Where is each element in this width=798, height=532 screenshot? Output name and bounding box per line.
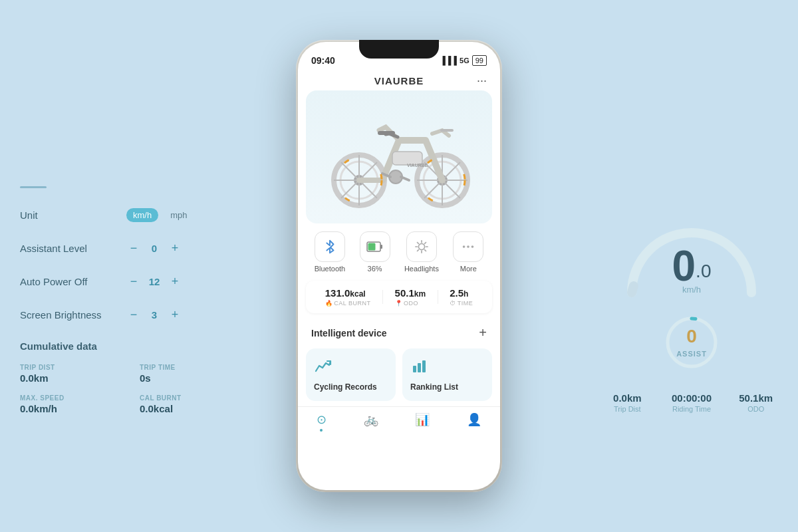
screen-brightness-decrease[interactable]: − <box>126 307 141 322</box>
status-time: 09:40 <box>311 55 335 66</box>
time-stat: 2.5h ⏱ TIME <box>450 287 473 307</box>
battery-action[interactable]: 36% <box>360 231 390 273</box>
nav-profile[interactable]: 👤 <box>467 412 481 432</box>
cumul-cal-burnt-value: 0.0kcal <box>140 403 246 414</box>
assistant-level-decrease[interactable]: − <box>126 241 141 255</box>
cycling-records-card[interactable]: Cycling Records <box>306 348 396 401</box>
feature-cards: Cycling Records Ranking List <box>298 348 500 401</box>
screen-brightness-increase[interactable]: + <box>168 307 182 322</box>
assistant-level-row: Assistant Level − 0 + <box>20 241 246 255</box>
ranking-list-label: Ranking List <box>410 382 484 393</box>
trip-dist-stat: 0.0km Trip Dist <box>598 392 656 413</box>
signal-icon: ▐▐▐ <box>440 56 458 65</box>
more-icon <box>453 231 483 262</box>
bike-icon: 🚲 <box>364 412 378 427</box>
phone-screen: 09:40 ▐▐▐ 5G 99 VIAURBE ··· <box>298 42 500 490</box>
ranking-list-card[interactable]: Ranking List <box>402 348 492 401</box>
home-icon: ⊙ <box>317 412 327 427</box>
assist-value: 0 <box>676 326 707 347</box>
svg-line-32 <box>424 250 426 251</box>
auto-power-off-value: 12 <box>148 276 161 287</box>
profile-icon: 👤 <box>467 412 481 427</box>
left-settings-panel: Unit km/h mph Assistant Level − 0 + Auto… <box>20 186 246 414</box>
svg-point-37 <box>471 245 474 248</box>
cumul-trip-time: TRIP TIME 0s <box>140 364 246 384</box>
bike-image-area: VIAURBE <box>306 90 492 223</box>
bluetooth-label: Bluetooth <box>315 265 345 273</box>
network-type: 5G <box>460 57 469 65</box>
cal-value: 131.0kcal <box>325 287 371 299</box>
svg-point-35 <box>463 245 466 248</box>
riding-time-value: 00:00:00 <box>663 392 721 404</box>
nav-stats[interactable]: 📊 <box>415 412 430 432</box>
auto-power-off-label: Auto Power Off <box>20 276 126 287</box>
cumul-trip-dist: TRIP DIST 0.0km <box>20 364 126 384</box>
quick-actions: Bluetooth 36% <box>301 223 497 281</box>
nav-home[interactable]: ⊙ <box>317 412 327 432</box>
odo-stat-right: 50.1km ODO <box>727 392 785 413</box>
svg-rect-25 <box>368 243 375 251</box>
assistant-level-controls: − 0 + <box>126 241 182 255</box>
auto-power-off-row: Auto Power Off − 12 + <box>20 274 246 289</box>
cal-label: 🔥 CAL BURNT <box>325 300 371 307</box>
intelligent-device-section: Intelligent device + <box>298 319 500 347</box>
stat-divider-1 <box>382 290 383 304</box>
ranking-list-icon <box>410 356 484 378</box>
svg-line-34 <box>417 250 418 251</box>
decorative-dash <box>20 186 47 188</box>
cumul-trip-dist-label: TRIP DIST <box>20 364 126 371</box>
bluetooth-icon <box>315 231 345 262</box>
phone-shell: 09:40 ▐▐▐ 5G 99 VIAURBE ··· <box>296 40 502 492</box>
intelligent-device-title: Intelligent device <box>311 328 387 338</box>
more-label: More <box>460 265 477 273</box>
odo-label-right: ODO <box>727 405 785 413</box>
riding-time-stat: 00:00:00 Riding Time <box>663 392 721 413</box>
svg-text:VIAURBE: VIAURBE <box>407 163 428 168</box>
svg-rect-14 <box>440 129 454 132</box>
svg-line-33 <box>424 242 426 243</box>
cumul-max-speed-value: 0.0km/h <box>20 403 126 414</box>
svg-rect-40 <box>422 360 426 372</box>
speed-decimal: .0 <box>696 261 711 282</box>
add-device-button[interactable]: + <box>479 325 487 340</box>
auto-power-off-increase[interactable]: + <box>168 274 182 289</box>
odo-label: 📍 ODO <box>395 300 426 307</box>
assistant-level-increase[interactable]: + <box>168 241 182 255</box>
svg-point-36 <box>467 245 469 248</box>
battery-icon <box>360 231 390 262</box>
unit-setting-row: Unit km/h mph <box>20 208 246 222</box>
nav-bike[interactable]: 🚲 <box>364 412 378 432</box>
bottom-stats: 0.0km Trip Dist 00:00:00 Riding Time 50.… <box>598 392 785 413</box>
unit-kmh-button[interactable]: km/h <box>126 208 158 222</box>
cumul-trip-time-value: 0s <box>140 372 246 384</box>
cumul-max-speed: Max. SPEED 0.0km/h <box>20 394 126 414</box>
auto-power-off-decrease[interactable]: − <box>126 274 141 289</box>
speedometer: 0 .0 km/h <box>612 213 771 299</box>
svg-rect-39 <box>418 363 421 372</box>
speed-display-container: 0 .0 km/h <box>612 225 771 295</box>
headlights-action[interactable]: Headlights <box>404 231 439 273</box>
stat-divider-2 <box>438 290 438 304</box>
unit-mph-button[interactable]: mph <box>164 208 194 222</box>
headlights-icon <box>406 231 437 262</box>
auto-power-off-controls: − 12 + <box>126 274 182 289</box>
cumulative-title: Cumulative data <box>20 340 246 352</box>
unit-toggle: km/h mph <box>126 208 194 222</box>
battery-label: 36% <box>368 265 382 273</box>
phone-container: 09:40 ▐▐▐ 5G 99 VIAURBE ··· <box>296 40 502 492</box>
odo-stat: 50.1km 📍 ODO <box>395 287 426 307</box>
more-action[interactable]: More <box>453 231 483 273</box>
screen-brightness-value: 3 <box>148 309 161 321</box>
menu-dots-button[interactable]: ··· <box>477 74 487 88</box>
cumul-trip-dist-value: 0.0km <box>20 372 126 384</box>
assistant-level-label: Assistant Level <box>20 243 126 254</box>
bike-svg: VIAURBE <box>319 97 479 217</box>
cumulative-grid: TRIP DIST 0.0km TRIP TIME 0s Max. SPEED … <box>20 364 246 414</box>
time-value: 2.5h <box>450 287 473 299</box>
headlights-label: Headlights <box>404 265 439 273</box>
right-panel: 0 .0 km/h 0 ASSIST 0.0km Trip Dist 00:00… <box>598 213 785 413</box>
riding-time-label: Riding Time <box>663 405 721 413</box>
bluetooth-action[interactable]: Bluetooth <box>315 231 345 273</box>
unit-label: Unit <box>20 209 126 221</box>
svg-rect-15 <box>378 131 395 135</box>
